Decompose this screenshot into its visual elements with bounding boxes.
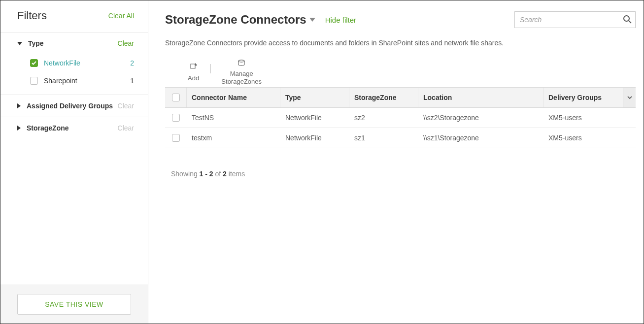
column-options-button[interactable] <box>623 88 636 107</box>
select-all-cell <box>165 88 187 107</box>
table-row[interactable]: TestNS NetworkFile sz2 \\sz2\Storagezone… <box>165 108 636 128</box>
filter-item-count: 1 <box>130 77 134 85</box>
toolbar: Add | Manage StorageZones <box>165 60 636 85</box>
column-delivery-groups[interactable]: Delivery Groups <box>543 88 623 107</box>
filter-item-sharepoint[interactable]: Sharepoint 1 <box>17 72 134 90</box>
clear-link-type[interactable]: Clear <box>118 39 134 47</box>
search-icon[interactable] <box>623 15 632 25</box>
clear-link-sz: Clear <box>118 124 134 132</box>
svg-line-1 <box>629 21 631 23</box>
hide-filter-link[interactable]: Hide filter <box>325 16 356 24</box>
add-icon <box>190 63 198 72</box>
svg-point-2 <box>238 60 244 62</box>
cell-location: \\sz2\Storagezone <box>418 108 543 128</box>
svg-point-0 <box>624 16 629 21</box>
search-input[interactable] <box>514 11 636 28</box>
checkbox-checked-icon[interactable] <box>30 59 38 67</box>
cell-name: testxm <box>187 128 280 148</box>
caret-right-icon <box>17 126 21 130</box>
page-title[interactable]: StorageZone Connectors <box>165 13 315 27</box>
filter-section-sz: StorageZone Clear <box>0 117 148 139</box>
row-checkbox[interactable] <box>172 114 180 122</box>
select-all-checkbox[interactable] <box>172 94 180 101</box>
cell-delivery-groups: XM5-users <box>543 128 623 148</box>
checkbox-unchecked-icon[interactable] <box>30 77 38 85</box>
add-label: Add <box>188 74 199 82</box>
add-button[interactable]: Add <box>183 63 204 82</box>
filters-title: Filters <box>17 9 47 22</box>
column-connector-name[interactable]: Connector Name <box>187 88 280 107</box>
filter-item-label: NetworkFile <box>44 59 80 67</box>
cell-storagezone: sz1 <box>349 128 418 148</box>
toolbar-separator: | <box>204 63 216 74</box>
main-content: StorageZone Connectors Hide filter Stora… <box>148 0 644 324</box>
filter-section-adg: Assigned Delivery Groups Clear <box>0 95 148 117</box>
filter-item-label: Sharepoint <box>44 77 77 85</box>
sidebar-footer: SAVE THIS VIEW <box>0 285 148 324</box>
filter-item-count: 2 <box>130 59 134 67</box>
cell-name: TestNS <box>187 108 280 128</box>
cell-delivery-groups: XM5-users <box>543 108 623 128</box>
filters-sidebar: Filters Clear All Type Clear NetworkF <box>0 0 148 324</box>
table-header: Connector Name Type StorageZone Location… <box>165 88 636 108</box>
filter-name-label: StorageZone <box>27 124 69 132</box>
pagination-status: Showing 1 - 2 of 2 items <box>165 148 636 178</box>
filter-header-sz[interactable]: StorageZone Clear <box>0 117 148 139</box>
connectors-table: Connector Name Type StorageZone Location… <box>165 87 636 148</box>
cell-type: NetworkFile <box>280 108 349 128</box>
caret-right-icon <box>17 103 21 108</box>
row-checkbox[interactable] <box>172 134 180 142</box>
manage-label: Manage StorageZones <box>221 70 262 85</box>
filter-section-type: Type Clear NetworkFile 2 <box>0 32 148 95</box>
cell-type: NetworkFile <box>280 128 349 148</box>
clear-link-adg: Clear <box>118 102 134 110</box>
cell-storagezone: sz2 <box>349 108 418 128</box>
search-box <box>514 11 636 28</box>
save-view-button[interactable]: SAVE THIS VIEW <box>17 294 131 315</box>
filter-name-label: Assigned Delivery Groups <box>27 102 113 110</box>
caret-down-icon <box>17 42 22 45</box>
column-type[interactable]: Type <box>280 88 349 107</box>
table-row[interactable]: testxm NetworkFile sz1 \\sz1\Storagezone… <box>165 128 636 148</box>
cell-location: \\sz1\Storagezone <box>418 128 543 148</box>
page-description: StorageZone Connectors provide access to… <box>165 39 636 47</box>
filter-header-type[interactable]: Type Clear <box>0 32 148 54</box>
chevron-down-icon <box>309 18 315 22</box>
storage-icon <box>237 60 245 68</box>
filter-header-adg[interactable]: Assigned Delivery Groups Clear <box>0 95 148 117</box>
clear-all-link[interactable]: Clear All <box>108 12 134 20</box>
filter-name-label: Type <box>28 39 44 47</box>
page-title-text: StorageZone Connectors <box>165 13 306 27</box>
column-location[interactable]: Location <box>418 88 543 107</box>
manage-storagezones-button[interactable]: Manage StorageZones <box>216 60 267 85</box>
filter-item-networkfile[interactable]: NetworkFile 2 <box>17 54 134 72</box>
column-storagezone[interactable]: StorageZone <box>349 88 418 107</box>
